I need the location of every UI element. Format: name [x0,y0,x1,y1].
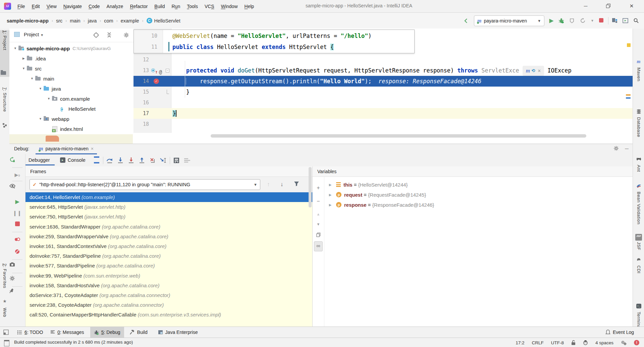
chevron-down-icon[interactable]: ▼ [47,97,51,100]
tree-item-.idea[interactable]: ▶.idea [9,53,145,63]
get-thread-dump-icon[interactable] [9,262,25,272]
next-frame-icon[interactable]: ↓ [280,181,283,188]
tree-item-sample-micro-app[interactable]: ▼sample-micro-appC:\Users\jGauravG [9,43,137,53]
stack-frame[interactable]: invoke:161, StandardContextValve (org.ap… [25,241,312,251]
code-line-13[interactable]: 13↑@− protected void doGet(HttpServletRe… [133,65,633,76]
profiler-button[interactable] [580,18,587,23]
breakpoint-icon[interactable]: ✓ [154,79,159,84]
file-encoding[interactable]: UTF-8 [551,340,564,345]
back-arrow-icon[interactable] [463,18,471,23]
tree-item-main[interactable]: ▼main [9,73,154,84]
thread-select[interactable]: ✓ "http-thread-pool::http-listener(2)"@1… [30,179,260,190]
variable-row[interactable]: ▶presponse = {ResponseFacade@14246} [324,200,633,210]
search-everywhere-icon[interactable] [633,18,641,23]
variable-row[interactable]: ▶this = {HelloServlet@14244} [324,180,633,190]
stack-frame[interactable]: call:520, ContainerMapper$HttpHandlerCal… [25,310,312,319]
pause-icon[interactable]: ❙❙ [9,208,25,218]
menu-tools[interactable]: Tools [183,4,201,9]
tree-item-src[interactable]: ▼src [9,63,145,73]
frames-scrollbar[interactable] [309,167,312,207]
project-strip-icon[interactable] [0,69,9,77]
previous-frame-icon[interactable]: ↑ [267,181,270,188]
resume-icon[interactable]: ▶ [9,197,25,207]
horizontal-scrollbar[interactable] [211,134,586,138]
ant-strip-icon[interactable] [633,157,644,163]
tool-strip-bean-validation[interactable]: Bean Validation [633,192,644,229]
code-line-14[interactable]: 14✓ response.getOutputStream().println("… [133,76,633,87]
chevron-down-icon[interactable]: ▼ [30,77,34,80]
filter-frames-icon[interactable] [294,181,299,186]
stack-frame[interactable]: doInvoke:757, StandardPipeline (org.apac… [25,251,312,261]
close-icon[interactable]: × [91,146,94,151]
line-separator[interactable]: CRLF [532,340,543,345]
force-step-into-icon[interactable] [127,156,136,164]
show-execution-point-icon[interactable] [92,156,101,164]
tool-strip-web[interactable]: Web [0,308,9,325]
coverage-button[interactable] [569,18,577,23]
status-message[interactable]: Build completed successfully in 2 s 680 … [14,340,133,345]
code-line-12[interactable]: 12 [133,54,633,65]
pin-icon[interactable] [9,288,25,298]
scrollbar-marker-yellow[interactable] [627,43,631,47]
stop-button[interactable] [597,18,605,23]
jsf-strip-icon[interactable]: JSF [633,234,644,241]
error-notification-icon[interactable]: ! [634,340,639,345]
fold-marker-icon[interactable]: − [166,69,169,72]
duplicate-watch-icon[interactable] [313,231,324,240]
stack-frame[interactable]: invoke:259, StandardWrapperValve (org.ap… [25,232,312,241]
code-line-15[interactable]: 15 } [133,87,633,97]
stack-frame[interactable]: service:1636, StandardWrapper (org.apach… [25,222,312,232]
restore-button[interactable] [600,0,616,12]
debug-button[interactable] [558,18,566,23]
lock-icon[interactable] [571,340,576,345]
bean-validation-strip-icon[interactable] [633,184,644,190]
stack-frame[interactable]: invoke:577, StandardPipeline (org.apache… [25,261,312,270]
bottom-tab-messages[interactable]: 0: Messages [47,327,88,338]
highlighting-level-icon[interactable] [583,340,588,345]
indent-setting[interactable]: 4 spaces [595,340,613,345]
locate-file-icon[interactable] [93,32,99,38]
breadcrumb-item[interactable]: com [104,18,113,23]
remove-watch-icon[interactable]: − [313,197,324,206]
stack-frame[interactable]: invoke:99, WebPipeline (com.sun.enterpri… [25,271,312,281]
code-line-18[interactable]: 18 [133,119,633,130]
breadcrumb-item[interactable]: src [56,18,62,23]
mute-breakpoints-icon[interactable] [9,247,25,257]
bottom-tab-todo[interactable]: 6: TODO [13,327,47,338]
menu-analyze[interactable]: Analyze [103,4,127,9]
tool-strip-project[interactable]: 1: Project [0,30,9,69]
tab-console[interactable]: ▸Console [57,155,90,165]
menu-view[interactable]: View [43,4,60,9]
bottom-tab-javaenterprise[interactable]: Java Enterprise [154,327,202,338]
minimize-button[interactable]: ─ [578,0,593,12]
scroll-up-icon[interactable]: ▲ [313,210,324,219]
step-out-icon[interactable] [138,156,146,164]
menu-window[interactable]: Window [218,4,241,9]
breadcrumb-item[interactable]: sample-micro-app [7,18,49,23]
cdi-strip-icon[interactable] [633,257,644,264]
fold-end-icon[interactable] [167,90,169,94]
menu-file[interactable]: File [14,4,29,9]
stack-frame[interactable]: service:750, HttpServlet (javax.servlet.… [25,212,312,221]
stop-icon[interactable] [9,220,25,230]
chevron-down-icon[interactable]: ▼ [591,19,594,22]
breadcrumb-item[interactable]: main [70,18,80,23]
stack-frame[interactable]: doGet:14, HelloServlet (com.example) [25,192,312,202]
caret-position[interactable]: 17:2 [516,340,524,345]
menu-build[interactable]: Build [151,4,168,9]
rerun-icon[interactable] [9,157,25,167]
chevron-down-icon[interactable]: ▼ [22,67,25,70]
code-editor[interactable]: 1213↑@− protected void doGet(HttpServlet… [133,29,633,144]
hide-panel-icon[interactable]: ─ [625,146,629,151]
step-over-icon[interactable] [105,156,114,164]
debug-session-tab[interactable]: m payara-micro-maven × [36,144,97,154]
layout-settings-icon[interactable] [183,156,192,164]
bottom-tab-debug[interactable]: 5: Debug [90,327,124,338]
tool-window-switcher-icon[interactable] [3,330,9,335]
scroll-down-icon[interactable]: ▼ [313,220,324,229]
chevron-right-icon[interactable]: ▶ [328,183,332,187]
variable-row[interactable]: ▶prequest = {RequestFacade@14245} [324,190,633,200]
stack-frame[interactable]: service:238, CoyoteAdapter (org.apache.c… [25,300,312,310]
run-configuration-select[interactable]: m payara-micro-maven ▼ [474,15,544,26]
view-options-icon[interactable] [9,184,25,194]
